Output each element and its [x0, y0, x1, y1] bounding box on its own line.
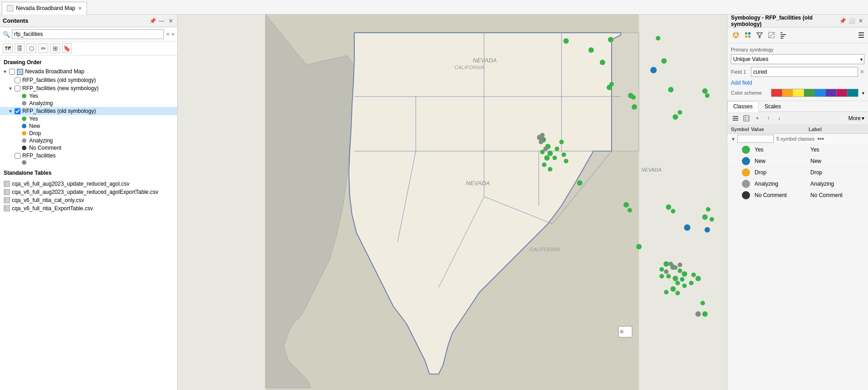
- field1-clear[interactable]: ✕: [860, 69, 864, 75]
- tool-edit-icon[interactable]: ✏: [38, 43, 48, 53]
- class-row-analyzing[interactable]: Analyzing Analyzing: [727, 178, 868, 190]
- class-tool-down[interactable]: ↓: [775, 114, 784, 123]
- layer-rfp-new[interactable]: ▼ RFP_facilities (new symbology): [0, 84, 177, 92]
- layer-checkbox-rfp-new[interactable]: [15, 86, 20, 91]
- svg-point-34: [563, 38, 569, 44]
- sym-tool-palette[interactable]: [731, 30, 741, 40]
- class-tool-list[interactable]: [731, 114, 740, 123]
- map-tab-close[interactable]: ✕: [78, 5, 82, 11]
- pin-icon[interactable]: 📌: [149, 17, 156, 25]
- search-clear-icon[interactable]: ✕: [166, 31, 170, 37]
- dot-yes: [22, 116, 26, 121]
- add-field-link[interactable]: Add field: [731, 80, 864, 86]
- legend-analyzing: Analyzing: [0, 137, 177, 144]
- layer-rfp-old[interactable]: RFP_facilities (old symbology): [0, 76, 177, 84]
- svg-rect-109: [748, 35, 751, 38]
- class-value-analyzing: Analyzing: [755, 181, 809, 187]
- col-symbol-header: Symbol: [731, 127, 749, 132]
- tab-classes[interactable]: Classes: [727, 101, 759, 112]
- class-expand-chevron[interactable]: ▼: [731, 137, 735, 142]
- class-row-drop[interactable]: Drop Drop: [727, 167, 868, 178]
- sym-hamburger[interactable]: ☰: [858, 31, 864, 40]
- svg-point-91: [684, 224, 690, 231]
- table-name-0: cqa_v6_full_aug2023_update_reduced_agol.…: [12, 181, 129, 187]
- sym-expand-icon[interactable]: ⬜: [848, 17, 855, 25]
- class-row-new[interactable]: New New: [727, 156, 868, 167]
- search-dropdown-icon[interactable]: ▾: [172, 31, 174, 37]
- color-scheme-bar[interactable]: [771, 89, 858, 97]
- sym-tool-format[interactable]: [743, 30, 753, 40]
- class-value-yes: Yes: [755, 147, 809, 153]
- svg-rect-128: [744, 116, 749, 121]
- layer-checkbox-rfp-old[interactable]: [15, 77, 20, 83]
- table-item-0[interactable]: cqa_v6_full_aug2023_update_reduced_agol.…: [4, 180, 174, 188]
- class-tool-up[interactable]: ↑: [764, 114, 773, 123]
- tool-grid-icon[interactable]: ⊞: [50, 43, 60, 53]
- svg-point-67: [636, 244, 642, 249]
- map-layer-icon: [17, 69, 23, 75]
- svg-point-92: [705, 227, 710, 233]
- sym-tool-masking[interactable]: [766, 30, 776, 40]
- layer-rfp-facilities[interactable]: RFP_facilities: [0, 152, 177, 160]
- color-scheme-dropdown[interactable]: ▾: [862, 91, 864, 96]
- map-tab[interactable]: Nevada Broadband Map ✕: [2, 2, 87, 15]
- contents-panel: Contents 📌 — ✕ 🔍 ✕ ▾ 🗺 🗄 ⬡ ✏ ⊞ 🔖 Drawing…: [0, 15, 178, 390]
- legend-no-comment: No Comment: [0, 144, 177, 152]
- symbology-type-dropdown[interactable]: Unique Values: [731, 54, 864, 64]
- contents-header-icons: 📌 — ✕: [149, 17, 174, 25]
- label-drop: Drop: [29, 130, 41, 137]
- label-analyzing: Analyzing: [29, 137, 53, 144]
- layer-checkbox-rfp[interactable]: [15, 153, 20, 159]
- map-tab-icon: [7, 5, 13, 11]
- layer-checkbox-rfp-old-sel[interactable]: [15, 108, 20, 114]
- table-item-1[interactable]: cqa_v6_full_aug2023_update_reduced_agolE…: [4, 188, 174, 196]
- svg-point-100: [664, 269, 669, 274]
- close-icon[interactable]: ✕: [167, 17, 174, 25]
- symbology-title: Symbology - RFP_facilities (old symbolog…: [731, 15, 839, 27]
- svg-point-98: [673, 265, 678, 270]
- svg-rect-10: [4, 198, 10, 203]
- svg-point-71: [664, 261, 669, 267]
- svg-point-58: [562, 152, 566, 157]
- field1-input[interactable]: [751, 67, 858, 77]
- sym-pin-icon[interactable]: 📌: [839, 17, 846, 25]
- class-options-dots[interactable]: •••: [817, 135, 824, 142]
- search-input[interactable]: [12, 29, 164, 39]
- svg-point-85: [691, 273, 696, 277]
- svg-point-78: [659, 267, 664, 272]
- sym-tool-filter[interactable]: [755, 30, 765, 40]
- svg-point-53: [547, 151, 553, 156]
- dot-analyzing: [22, 138, 26, 143]
- minimize-icon[interactable]: —: [158, 17, 165, 25]
- tool-bookmark-icon[interactable]: 🔖: [62, 43, 72, 53]
- layer-rfp-old-selected[interactable]: ▼ RFP_facilities (old symbology): [0, 107, 177, 115]
- tab-scales[interactable]: Scales: [759, 101, 787, 111]
- class-search-input[interactable]: [737, 135, 774, 143]
- svg-line-112: [769, 32, 774, 38]
- class-tool-add[interactable]: +: [753, 114, 762, 123]
- more-button[interactable]: More ▾: [848, 115, 864, 122]
- svg-rect-120: [804, 89, 815, 96]
- class-row-yes[interactable]: Yes Yes: [727, 144, 868, 156]
- tool-db-icon[interactable]: 🗄: [15, 43, 25, 53]
- field1-row: Field 1 ✕: [731, 67, 864, 77]
- sym-tool-structure[interactable]: [778, 30, 788, 40]
- table-name-3: cqa_v6_full_ntia_ExportTable.csv: [12, 205, 93, 212]
- map-area: NEVADA NEVADA NEVADA CALIFORNIA CALIFORN…: [178, 15, 727, 390]
- tool-map-icon[interactable]: 🗺: [3, 43, 13, 53]
- class-row-no-comment[interactable]: No Comment No Comment: [727, 190, 868, 201]
- label-no-comment: No Comment: [29, 145, 61, 151]
- svg-point-56: [555, 147, 559, 151]
- rfp-new-label: RFP_facilities (new symbology): [22, 85, 98, 91]
- dot-drop: [22, 131, 26, 136]
- search-bar: 🔍 ✕ ▾: [0, 27, 177, 41]
- tool-vector-icon[interactable]: ⬡: [26, 43, 36, 53]
- table-item-3[interactable]: cqa_v6_full_ntia_ExportTable.csv: [4, 204, 174, 213]
- class-tool-table[interactable]: [742, 114, 751, 123]
- layer-nevada-broadband-map[interactable]: ▼ Nevada Broadband Map: [0, 67, 177, 76]
- main-layout: Contents 📌 — ✕ 🔍 ✕ ▾ 🗺 🗄 ⬡ ✏ ⊞ 🔖 Drawing…: [0, 15, 868, 390]
- layer-checkbox-nevada[interactable]: [9, 69, 15, 75]
- sym-close-icon[interactable]: ✕: [857, 17, 864, 25]
- table-item-2[interactable]: cqa_v6_full_ntia_cat_only.csv: [4, 196, 174, 204]
- svg-point-70: [710, 217, 714, 222]
